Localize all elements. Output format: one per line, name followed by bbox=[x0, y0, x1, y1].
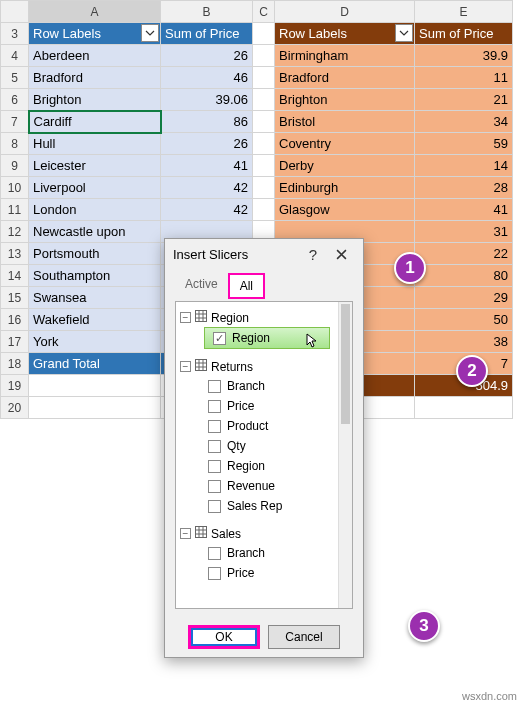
field-item[interactable]: Revenue bbox=[208, 476, 334, 496]
cell[interactable]: 21 bbox=[415, 89, 513, 111]
scrollbar-thumb[interactable] bbox=[341, 304, 350, 424]
cell[interactable] bbox=[415, 397, 513, 419]
checkbox[interactable] bbox=[208, 500, 221, 513]
row-header[interactable]: 4 bbox=[1, 45, 29, 67]
cell[interactable]: Swansea bbox=[29, 287, 161, 309]
col-header-B[interactable]: B bbox=[161, 1, 253, 23]
cell[interactable]: 26 bbox=[161, 45, 253, 67]
collapse-icon[interactable]: − bbox=[180, 312, 191, 323]
row-header[interactable]: 15 bbox=[1, 287, 29, 309]
cell[interactable]: Southampton bbox=[29, 265, 161, 287]
cell[interactable]: Hull bbox=[29, 133, 161, 155]
cell[interactable]: Portsmouth bbox=[29, 243, 161, 265]
cell[interactable] bbox=[253, 45, 275, 67]
checkbox[interactable] bbox=[208, 380, 221, 393]
field-item[interactable]: Price bbox=[208, 396, 334, 416]
ok-button[interactable]: OK bbox=[188, 625, 260, 649]
cell[interactable]: Row Labels bbox=[29, 23, 161, 45]
cell[interactable]: Sum of Price bbox=[161, 23, 253, 45]
row-header[interactable]: 7 bbox=[1, 111, 29, 133]
cell[interactable]: Grand Total bbox=[29, 353, 161, 375]
cell[interactable]: Glasgow bbox=[275, 199, 415, 221]
cell[interactable]: Derby bbox=[275, 155, 415, 177]
cell[interactable]: Birmingham bbox=[275, 45, 415, 67]
checkbox[interactable] bbox=[208, 480, 221, 493]
cell[interactable]: 14 bbox=[415, 155, 513, 177]
cell[interactable]: Edinburgh bbox=[275, 177, 415, 199]
cell[interactable] bbox=[253, 199, 275, 221]
cell[interactable]: Newcastle upon bbox=[29, 221, 161, 243]
cell[interactable] bbox=[253, 67, 275, 89]
cell[interactable]: 39.9 bbox=[415, 45, 513, 67]
cell[interactable]: Wakefield bbox=[29, 309, 161, 331]
cell[interactable]: Cardiff bbox=[29, 111, 161, 133]
cell[interactable]: York bbox=[29, 331, 161, 353]
row-header[interactable]: 18 bbox=[1, 353, 29, 375]
row-header[interactable]: 11 bbox=[1, 199, 29, 221]
checkbox[interactable] bbox=[208, 567, 221, 580]
row-header[interactable]: 14 bbox=[1, 265, 29, 287]
field-item[interactable]: Region bbox=[208, 456, 334, 476]
cell[interactable]: Bradford bbox=[275, 67, 415, 89]
cell[interactable]: Row Labels bbox=[275, 23, 415, 45]
dialog-titlebar[interactable]: Insert Slicers ? bbox=[165, 239, 363, 269]
filter-dropdown-icon[interactable] bbox=[141, 24, 159, 42]
scrollbar[interactable] bbox=[338, 302, 352, 608]
filter-dropdown-icon[interactable] bbox=[395, 24, 413, 42]
cell[interactable]: Liverpool bbox=[29, 177, 161, 199]
cell[interactable]: Brighton bbox=[275, 89, 415, 111]
cell[interactable]: London bbox=[29, 199, 161, 221]
close-button[interactable] bbox=[327, 246, 355, 263]
row-header[interactable]: 5 bbox=[1, 67, 29, 89]
col-header-E[interactable]: E bbox=[415, 1, 513, 23]
cell[interactable]: 80 bbox=[415, 265, 513, 287]
cell[interactable]: Sum of Price bbox=[415, 23, 513, 45]
cell[interactable]: Brighton bbox=[29, 89, 161, 111]
row-header[interactable]: 17 bbox=[1, 331, 29, 353]
row-header[interactable]: 3 bbox=[1, 23, 29, 45]
cell[interactable] bbox=[253, 89, 275, 111]
col-header-C[interactable]: C bbox=[253, 1, 275, 23]
row-header[interactable]: 19 bbox=[1, 375, 29, 397]
col-header-A[interactable]: A bbox=[29, 1, 161, 23]
cell[interactable] bbox=[253, 23, 275, 45]
checkbox[interactable] bbox=[208, 547, 221, 560]
row-header[interactable]: 20 bbox=[1, 397, 29, 419]
cell[interactable]: 42 bbox=[161, 177, 253, 199]
checkbox[interactable] bbox=[208, 440, 221, 453]
cell[interactable]: 42 bbox=[161, 199, 253, 221]
field-item[interactable]: Branch bbox=[208, 376, 334, 396]
row-header[interactable]: 13 bbox=[1, 243, 29, 265]
field-item[interactable]: Sales Rep bbox=[208, 496, 334, 516]
group-header[interactable]: −Region bbox=[180, 308, 334, 327]
cell[interactable]: 86 bbox=[161, 111, 253, 133]
cell[interactable] bbox=[253, 177, 275, 199]
cell[interactable]: 46 bbox=[161, 67, 253, 89]
col-header-D[interactable]: D bbox=[275, 1, 415, 23]
tab-active[interactable]: Active bbox=[175, 273, 228, 299]
help-button[interactable]: ? bbox=[299, 246, 327, 263]
cell[interactable]: 11 bbox=[415, 67, 513, 89]
checkbox[interactable] bbox=[213, 332, 226, 345]
cell[interactable]: 26 bbox=[161, 133, 253, 155]
collapse-icon[interactable]: − bbox=[180, 361, 191, 372]
checkbox[interactable] bbox=[208, 460, 221, 473]
row-header[interactable]: 8 bbox=[1, 133, 29, 155]
cell[interactable]: 28 bbox=[415, 177, 513, 199]
row-header[interactable]: 6 bbox=[1, 89, 29, 111]
cell[interactable]: Bristol bbox=[275, 111, 415, 133]
collapse-icon[interactable]: − bbox=[180, 528, 191, 539]
group-header[interactable]: −Returns bbox=[180, 357, 334, 376]
cell[interactable]: 39.06 bbox=[161, 89, 253, 111]
select-all-corner[interactable] bbox=[1, 1, 29, 23]
cell[interactable]: 22 bbox=[415, 243, 513, 265]
field-item[interactable]: Product bbox=[208, 416, 334, 436]
checkbox[interactable] bbox=[208, 400, 221, 413]
cell[interactable] bbox=[29, 397, 161, 419]
cell[interactable]: 38 bbox=[415, 331, 513, 353]
field-item[interactable]: Region bbox=[204, 327, 330, 349]
cell[interactable] bbox=[253, 155, 275, 177]
cell[interactable] bbox=[253, 133, 275, 155]
row-header[interactable]: 12 bbox=[1, 221, 29, 243]
cell[interactable]: 41 bbox=[415, 199, 513, 221]
